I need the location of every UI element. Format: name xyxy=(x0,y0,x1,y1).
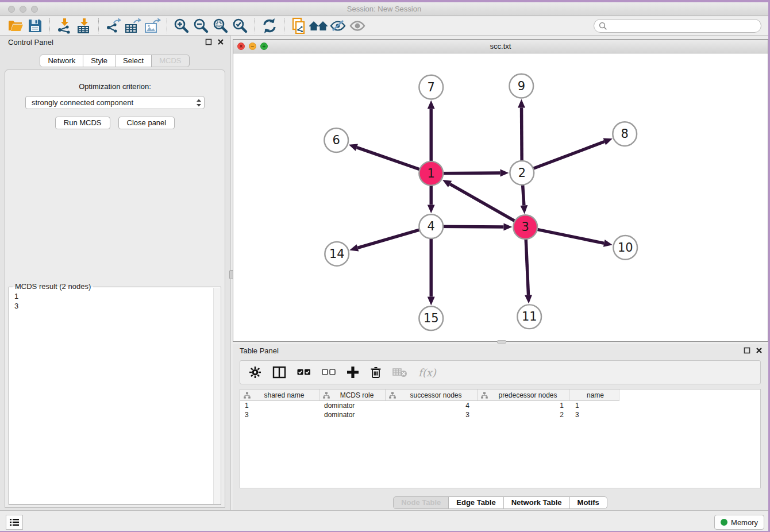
import-network-icon[interactable] xyxy=(55,17,74,34)
memory-label: Memory xyxy=(731,518,758,527)
graph-edge[interactable] xyxy=(522,142,605,173)
function-builder-icon[interactable]: f(x) xyxy=(418,367,436,379)
graph-node-label: 3 xyxy=(522,220,529,234)
zoom-in-icon[interactable] xyxy=(172,17,191,34)
memory-status-icon xyxy=(721,519,727,526)
hide-selected-icon[interactable] xyxy=(328,17,348,34)
cell-shared-name[interactable]: 1 xyxy=(240,401,319,410)
zoom-fit-icon[interactable] xyxy=(211,17,230,34)
delete-column-icon[interactable] xyxy=(370,366,382,379)
graph-node-label: 14 xyxy=(329,247,345,261)
graph-edge-arrowhead xyxy=(525,295,532,303)
zoom-out-icon[interactable] xyxy=(191,17,211,34)
cell-mcds-role[interactable]: dominator xyxy=(319,401,386,410)
float-table-panel-icon[interactable] xyxy=(744,347,750,354)
tab-network[interactable]: Network xyxy=(40,55,83,67)
optimization-criterion-label: Optimization criterion: xyxy=(5,82,225,91)
graph-node-label: 6 xyxy=(333,133,340,147)
zoom-selected-icon[interactable] xyxy=(230,17,250,34)
graph-edge-arrowhead xyxy=(428,101,435,109)
column-header-predecessor-nodes[interactable]: predecessor nodes xyxy=(478,390,569,401)
search-field[interactable] xyxy=(594,19,761,33)
mcds-result-box: MCDS result (2 nodes) 1 3 xyxy=(9,287,221,505)
export-image-icon[interactable] xyxy=(143,17,162,34)
graph-edge-arrowhead xyxy=(349,144,358,151)
horizontal-splitter-handle[interactable] xyxy=(497,340,506,344)
unselect-all-icon[interactable] xyxy=(322,368,336,376)
cell-mcds-role[interactable]: dominator xyxy=(319,410,386,419)
settings-gear-icon[interactable] xyxy=(249,366,261,379)
import-table-icon[interactable] xyxy=(74,17,94,34)
float-panel-icon[interactable] xyxy=(205,38,212,45)
show-all-icon[interactable] xyxy=(348,17,367,34)
column-layout-icon[interactable] xyxy=(272,366,286,379)
network-window-titlebar[interactable]: × − + scc.txt xyxy=(233,40,768,53)
run-mcds-button[interactable]: Run MCDS xyxy=(55,117,110,129)
table-header-row: shared name MCDS role successor nodes xyxy=(240,390,760,401)
cell-successor-nodes[interactable]: 3 xyxy=(386,410,478,419)
delete-table-icon[interactable] xyxy=(392,367,407,377)
column-header-successor-nodes[interactable]: successor nodes xyxy=(386,390,478,401)
add-column-icon[interactable] xyxy=(346,366,359,379)
mcds-result-line: 3 xyxy=(14,301,208,311)
close-table-panel-icon[interactable] xyxy=(756,347,763,354)
graph-edge[interactable] xyxy=(450,184,525,227)
tab-network-table[interactable]: Network Table xyxy=(503,496,570,509)
network-canvas-svg[interactable]: 7968124314101511 xyxy=(233,54,768,341)
control-panel: Control Panel Network Style Select MCDS … xyxy=(0,36,230,510)
export-table-icon[interactable] xyxy=(123,17,143,34)
cell-name[interactable]: 1 xyxy=(569,401,619,410)
column-type-icon xyxy=(481,392,488,399)
graph-node-label: 15 xyxy=(424,311,439,325)
select-stepper-icon xyxy=(194,98,204,108)
graph-node-label: 2 xyxy=(518,166,526,180)
table-panel-title: Table Panel xyxy=(240,346,744,355)
result-scrollbar[interactable] xyxy=(213,288,220,504)
close-panel-icon[interactable] xyxy=(217,38,224,45)
cell-shared-name[interactable]: 3 xyxy=(240,410,319,419)
tab-style[interactable]: Style xyxy=(83,55,116,67)
network-canvas[interactable]: 7968124314101511 xyxy=(233,54,768,341)
graph-edge-arrowhead xyxy=(603,138,613,145)
open-session-icon[interactable] xyxy=(6,17,25,34)
close-panel-button[interactable]: Close panel xyxy=(118,117,175,129)
toolbar-separator xyxy=(98,18,99,33)
cell-predecessor-nodes[interactable]: 1 xyxy=(478,401,569,410)
mcds-result-text[interactable]: 1 3 xyxy=(10,288,213,504)
table-toolbar: f(x) xyxy=(240,360,761,384)
duplicate-network-icon[interactable] xyxy=(289,17,309,34)
column-type-icon xyxy=(323,392,330,399)
graph-edge-arrowhead xyxy=(428,296,435,305)
tab-motifs[interactable]: Motifs xyxy=(569,496,607,509)
graph-edge-arrowhead xyxy=(428,205,435,213)
tab-edge-table[interactable]: Edge Table xyxy=(448,496,503,509)
tab-node-table[interactable]: Node Table xyxy=(393,496,449,509)
cell-name[interactable]: 3 xyxy=(569,410,619,419)
tab-mcds[interactable]: MCDS xyxy=(151,55,189,67)
memory-button[interactable]: Memory xyxy=(714,515,764,530)
app-window: Session: New Session xyxy=(0,2,768,531)
cell-predecessor-nodes[interactable]: 2 xyxy=(478,410,569,419)
table-panel-tabs: Node Table Edge Table Network Table Moti… xyxy=(233,496,768,509)
table-row[interactable]: 1 dominator 4 1 1 xyxy=(240,401,760,410)
graph-node-label: 11 xyxy=(522,310,537,323)
graph-edge-arrowhead xyxy=(349,244,359,251)
criterion-select[interactable]: strongly connected component xyxy=(25,96,205,109)
graph-node-label: 8 xyxy=(621,127,629,141)
task-history-button[interactable] xyxy=(6,515,23,530)
export-network-icon[interactable] xyxy=(103,17,123,34)
cell-successor-nodes[interactable]: 4 xyxy=(386,401,478,410)
table-row[interactable]: 3 dominator 3 2 3 xyxy=(240,410,760,419)
column-header-name[interactable]: name xyxy=(569,390,619,401)
column-header-shared-name[interactable]: shared name xyxy=(240,390,319,401)
apply-layout-icon[interactable] xyxy=(260,17,279,34)
control-panel-tabs: Network Style Select MCDS xyxy=(0,55,230,67)
save-session-icon[interactable] xyxy=(25,17,45,34)
search-input[interactable] xyxy=(607,21,761,31)
select-all-icon[interactable] xyxy=(297,368,311,376)
column-header-mcds-role[interactable]: MCDS role xyxy=(319,390,386,401)
tab-select[interactable]: Select xyxy=(115,55,152,67)
home-icon[interactable] xyxy=(309,17,328,34)
node-table[interactable]: shared name MCDS role successor nodes xyxy=(240,389,761,488)
main-toolbar xyxy=(0,17,768,36)
